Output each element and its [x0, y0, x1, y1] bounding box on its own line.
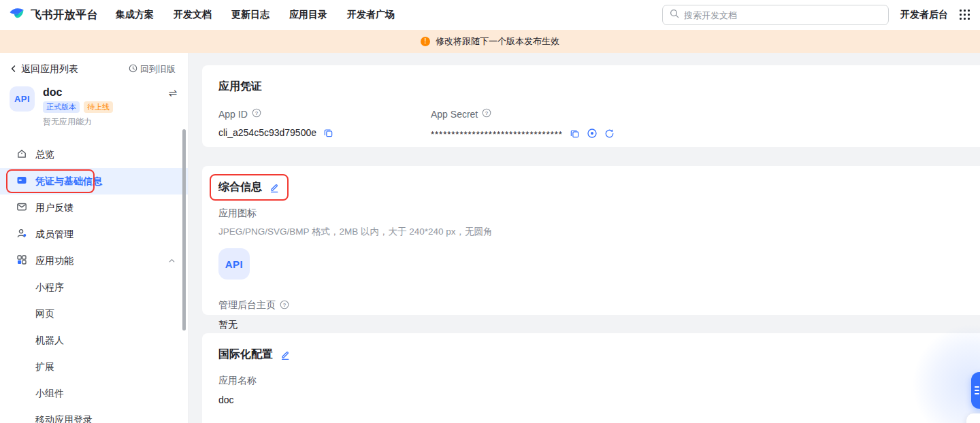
subitem-label: 扩展 — [35, 361, 54, 373]
platform-title: 飞书开放平台 — [31, 8, 98, 22]
mail-icon — [16, 201, 27, 214]
switch-app-icon[interactable]: ⇌ — [168, 88, 177, 98]
app-credentials-card: 应用凭证 App ID ? cli_a254c5c93d79500e — [202, 65, 980, 147]
helper-floating-card[interactable] — [966, 413, 980, 423]
sidebar-menu: 总览 凭证与基础信息 用户反馈 — [0, 141, 188, 423]
sidebar-item-credentials[interactable]: 凭证与基础信息 — [0, 168, 188, 194]
doc-search-box[interactable] — [662, 5, 889, 25]
sidebar-subitem-mini-program[interactable]: 小程序 — [0, 274, 188, 301]
sidebar-subitem-web[interactable]: 网页 — [0, 301, 188, 327]
sidebar-item-label: 凭证与基础信息 — [35, 175, 102, 188]
version-notice-bar: 修改将跟随下一个版本发布生效 — [0, 30, 980, 53]
id-card-icon — [16, 175, 27, 188]
feishu-open-platform-page: 飞书开放平台 集成方案 开发文档 更新日志 应用目录 开发者广场 开发者后台 修… — [0, 0, 980, 423]
nav-changelog[interactable]: 更新日志 — [231, 9, 270, 21]
sidebar-subitem-bot[interactable]: 机器人 — [0, 327, 188, 354]
subitem-label: 机器人 — [35, 335, 64, 347]
app-grid-icon — [16, 254, 27, 267]
home-icon — [16, 148, 27, 161]
svg-text:?: ? — [255, 110, 258, 116]
sidebar-item-label: 总览 — [35, 149, 54, 161]
app-icon-hint: JPEG/PNG/SVG/BMP 格式，2MB 以内，大于 240*240 px… — [218, 226, 980, 238]
admin-home-value: 暂无 — [218, 319, 980, 331]
i18n-config-card: 国际化配置 应用名称 doc 应用描述 — [202, 333, 980, 423]
apps-grid-icon[interactable] — [960, 10, 970, 20]
person-add-icon — [16, 228, 27, 241]
sidebar-item-label: 用户反馈 — [35, 202, 74, 214]
help-icon[interactable]: ? — [252, 108, 261, 120]
help-icon[interactable]: ? — [280, 300, 289, 311]
sidebar-item-label: 应用功能 — [35, 255, 74, 267]
back-to-app-list[interactable]: 返回应用列表 — [10, 63, 78, 75]
app-icon-preview[interactable]: API — [218, 248, 250, 280]
app-id-label: App ID — [218, 109, 248, 120]
developer-console-link[interactable]: 开发者后台 — [900, 9, 948, 21]
sidebar-scrollbar[interactable] — [182, 129, 186, 331]
copy-app-secret-icon[interactable] — [570, 129, 580, 139]
sidebar-item-member-management[interactable]: 成员管理 — [0, 221, 188, 248]
regenerate-secret-icon[interactable] — [604, 129, 615, 139]
general-info-card: 综合信息 应用图标 JPEG/PNG/SVG/BMP 格式，2MB 以内，大于 … — [202, 166, 980, 315]
feishu-bird-icon — [8, 5, 25, 24]
nav-developer-plaza[interactable]: 开发者广场 — [347, 9, 395, 21]
subitem-label: 小组件 — [35, 388, 64, 400]
alert-icon — [421, 37, 430, 46]
i18n-title: 国际化配置 — [218, 348, 273, 362]
reveal-secret-eye-icon[interactable] — [587, 128, 598, 139]
topnav-right: 开发者后台 — [662, 5, 970, 25]
current-app-block: API doc ⇌ 正式版本 待上线 暂无应用能力 — [0, 81, 188, 133]
subitem-label: 小程序 — [35, 282, 64, 294]
release-version-badge: 正式版本 — [43, 101, 80, 113]
subitem-label: 移动应用登录 — [35, 414, 93, 423]
app-name-label: 应用名称 — [218, 375, 980, 387]
app-name-value: doc — [218, 394, 980, 405]
legacy-label: 回到旧版 — [140, 63, 176, 75]
app-sidebar: 返回应用列表 回到旧版 API doc ⇌ 正式版本 — [0, 53, 189, 423]
chevron-left-icon — [10, 64, 18, 75]
clock-icon — [129, 64, 137, 75]
sidebar-item-app-features[interactable]: 应用功能 — [0, 248, 188, 274]
credentials-title: 应用凭证 — [218, 80, 980, 94]
search-icon — [670, 9, 679, 21]
edit-i18n-icon[interactable] — [280, 350, 291, 360]
top-navbar: 飞书开放平台 集成方案 开发文档 更新日志 应用目录 开发者广场 开发者后台 — [0, 0, 980, 30]
sidebar-subitem-widget[interactable]: 小组件 — [0, 380, 188, 407]
top-nav-links: 集成方案 开发文档 更新日志 应用目录 开发者广场 — [116, 9, 395, 21]
search-input[interactable] — [684, 10, 881, 20]
general-info-title: 综合信息 — [218, 180, 262, 194]
app-capability-text: 暂无应用能力 — [43, 116, 177, 128]
pending-online-badge: 待上线 — [84, 101, 113, 113]
sidebar-subitem-mobile-app-login[interactable]: 移动应用登录 — [0, 407, 188, 423]
edit-general-info-icon[interactable] — [269, 182, 280, 193]
nav-app-directory[interactable]: 应用目录 — [289, 9, 327, 21]
app-secret-label: App Secret — [431, 109, 478, 120]
app-avatar: API — [10, 86, 35, 112]
admin-home-label: 管理后台主页 — [218, 299, 276, 311]
app-name: doc — [43, 86, 62, 99]
sidebar-item-label: 成员管理 — [35, 229, 74, 241]
notice-text: 修改将跟随下一个版本发布生效 — [436, 35, 559, 48]
sidebar-subitem-extension[interactable]: 扩展 — [0, 354, 188, 380]
nav-integration-solutions[interactable]: 集成方案 — [116, 9, 154, 21]
sidebar-item-overview[interactable]: 总览 — [0, 141, 188, 168]
help-icon[interactable]: ? — [482, 108, 491, 120]
main-content: 应用凭证 App ID ? cli_a254c5c93d79500e — [189, 53, 980, 423]
subitem-label: 网页 — [35, 308, 54, 320]
nav-dev-docs[interactable]: 开发文档 — [174, 9, 212, 21]
app-icon-label: 应用图标 — [218, 207, 980, 220]
svg-text:?: ? — [485, 110, 489, 116]
chevron-up-icon[interactable] — [168, 256, 176, 267]
sidebar-item-user-feedback[interactable]: 用户反馈 — [0, 194, 188, 221]
back-label: 返回应用列表 — [21, 63, 78, 75]
copy-app-id-icon[interactable] — [323, 128, 333, 138]
svg-text:?: ? — [283, 301, 287, 307]
helper-floating-button[interactable] — [971, 372, 980, 409]
app-id-value: cli_a254c5c93d79500e — [218, 127, 316, 138]
app-secret-value: ******************************** — [431, 127, 563, 139]
back-to-old-version[interactable]: 回到旧版 — [129, 63, 176, 75]
feishu-logo[interactable]: 飞书开放平台 — [8, 5, 98, 24]
